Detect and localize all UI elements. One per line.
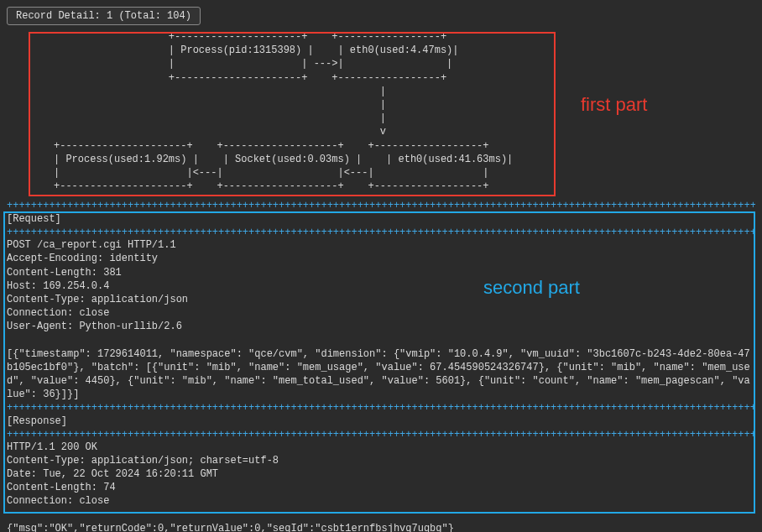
record-title: Record Detail: 1 (Total: 104) [16,10,191,22]
response-label: [Response] [7,415,755,427]
response-body: HTTP/1.1 200 OK Content-Type: applicatio… [7,441,755,533]
record-detail-header: Record Detail: 1 (Total: 104) [7,7,201,25]
separator-resp: ++++++++++++++++++++++++++++++++++++++++… [7,429,755,441]
separator-req: ++++++++++++++++++++++++++++++++++++++++… [7,227,755,238]
ascii-diagram-block: +---------------------+ +---------------… [23,30,755,193]
separator-mid: ++++++++++++++++++++++++++++++++++++++++… [7,402,755,414]
request-body: POST /ca_report.cgi HTTP/1.1 Accept-Enco… [7,238,755,401]
root-container: Record Detail: 1 (Total: 104) +---------… [7,7,755,532]
request-label: [Request] [7,213,755,225]
separator-top: ++++++++++++++++++++++++++++++++++++++++… [7,200,755,211]
